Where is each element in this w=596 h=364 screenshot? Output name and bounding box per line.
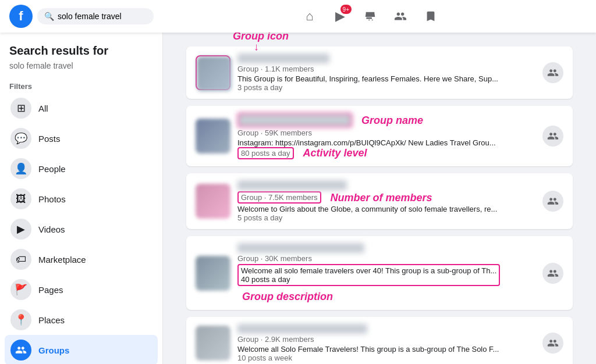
- group-thumbnail-3: [196, 184, 230, 219]
- sidebar-item-marketplace-label: Marketplace: [38, 255, 86, 265]
- group-icon-4: [196, 256, 230, 291]
- sidebar-item-posts[interactable]: 💬 Posts: [5, 123, 158, 154]
- video-nav-button[interactable]: ▶ 9+: [326, 2, 354, 30]
- group-name-4: Solo Female Travelers Over 40: [237, 243, 364, 253]
- main-content: Group icon ↑ Solo Female Travelers Group…: [163, 33, 596, 364]
- search-input[interactable]: [58, 12, 147, 21]
- sidebar-item-places[interactable]: 📍 Places: [5, 305, 158, 335]
- sidebar-item-posts-label: Posts: [38, 134, 61, 144]
- group-name-3: Girls Globe Solo Travelers: [237, 180, 347, 190]
- group-thumbnail-4: [196, 256, 230, 291]
- group-desc-3: Welcome to Girls about the Globe, a comm…: [237, 205, 535, 213]
- group-desc-4: Welcome all solo female travelers over 4…: [237, 264, 500, 286]
- group-thumbnail-1: [197, 56, 232, 91]
- result-card-5: Solo Female Travel Community Group · 2.9…: [186, 317, 573, 364]
- sidebar-item-videos-label: Videos: [38, 224, 65, 234]
- join-button-2[interactable]: [542, 126, 563, 147]
- sidebar-item-photos[interactable]: 🖼 Photos: [5, 184, 158, 214]
- group-desc-5: Welcome all Solo Female Travelers! This …: [237, 345, 535, 354]
- group-meta-1: Group · 1.1K members: [237, 65, 535, 73]
- group-icon-5: [196, 326, 230, 361]
- group-desc-1: This Group is for Beautiful, Inspiring, …: [237, 74, 535, 83]
- group-info-2: Ladies Solo Travel Group Group name Grou…: [237, 113, 535, 159]
- groups-icon: [10, 340, 31, 361]
- group-description-annotation: Group description: [242, 291, 333, 303]
- bookmark-nav-button[interactable]: [417, 2, 445, 30]
- group-desc-2: Instagram: https://instagram.com/p/BUIQl…: [237, 138, 535, 147]
- sidebar-item-people[interactable]: 👤 People: [5, 154, 158, 184]
- sidebar-item-people-label: People: [38, 164, 66, 174]
- result-card-3: Girls Globe Solo Travelers Group · 7.5K …: [186, 173, 573, 229]
- marketplace-icon: 🏷: [10, 249, 31, 270]
- video-badge: 9+: [340, 5, 352, 14]
- top-nav: f 🔍 ⌂ ▶ 9+: [0, 0, 596, 33]
- all-icon: ⊞: [10, 98, 31, 119]
- join-button-3[interactable]: [542, 191, 563, 212]
- store-nav-button[interactable]: [356, 2, 384, 30]
- group-icon-3: [196, 184, 230, 219]
- filters-title: Filters: [5, 77, 158, 93]
- group-meta-3: Group · 7.5K members: [237, 191, 321, 204]
- group-meta-5: Group · 2.9K members: [237, 335, 535, 344]
- sidebar-item-marketplace[interactable]: 🏷 Marketplace: [5, 244, 158, 274]
- sidebar-subtitle: solo female travel: [5, 60, 158, 77]
- search-icon: 🔍: [44, 12, 54, 21]
- group-name-1: Solo Female Travelers: [237, 53, 329, 63]
- sidebar-item-pages[interactable]: 🚩 Pages: [5, 274, 158, 305]
- group-icon-1: [196, 55, 230, 90]
- sidebar-item-videos[interactable]: ▶ Videos: [5, 214, 158, 244]
- group-meta-4: Group · 30K members: [237, 254, 535, 263]
- pages-icon: 🚩: [10, 279, 31, 300]
- group-info-5: Solo Female Travel Community Group · 2.9…: [237, 324, 535, 362]
- search-bar: 🔍: [37, 8, 154, 24]
- number-of-members-annotation: Number of members: [331, 192, 432, 204]
- home-nav-button[interactable]: ⌂: [296, 2, 324, 30]
- friends-nav-button[interactable]: [386, 2, 414, 30]
- group-activity-2: 80 posts a day: [237, 147, 294, 159]
- group-name-5: Solo Female Travel Community: [237, 324, 367, 334]
- join-button-1[interactable]: [542, 62, 563, 83]
- group-thumbnail-2: [196, 119, 230, 154]
- sidebar-item-groups[interactable]: Groups: [5, 335, 158, 364]
- group-info-4: Solo Female Travelers Over 40 Group · 30…: [237, 243, 535, 303]
- group-info-3: Girls Globe Solo Travelers Group · 7.5K …: [237, 180, 535, 222]
- group-activity-3: 5 posts a day: [237, 213, 535, 222]
- posts-icon: 💬: [10, 128, 31, 149]
- sidebar-title: Search results for: [5, 42, 158, 60]
- group-activity-5: 10 posts a week: [237, 354, 535, 362]
- join-button-4[interactable]: [542, 263, 563, 284]
- photos-icon: 🖼: [10, 188, 31, 209]
- group-activity-1: 3 posts a day: [237, 83, 535, 92]
- group-icon-2: [196, 119, 230, 154]
- results-list: Group icon ↑ Solo Female Travelers Group…: [186, 47, 573, 364]
- group-thumbnail-5: [196, 326, 230, 361]
- sidebar: Search results for solo female travel Fi…: [0, 33, 163, 364]
- people-sidebar-icon: 👤: [10, 158, 31, 179]
- join-button-5[interactable]: [542, 333, 563, 354]
- group-name-2: Ladies Solo Travel Group: [237, 113, 352, 127]
- result-card-2: Ladies Solo Travel Group Group name Grou…: [186, 106, 573, 166]
- result-card-4: Solo Female Travelers Over 40 Group · 30…: [186, 236, 573, 310]
- videos-icon: ▶: [10, 219, 31, 240]
- group-name-annotation: Group name: [361, 115, 423, 127]
- sidebar-item-pages-label: Pages: [38, 285, 63, 295]
- group-meta-2: Group · 59K members: [237, 129, 535, 137]
- layout: Search results for solo female travel Fi…: [0, 33, 596, 364]
- sidebar-item-all[interactable]: ⊞ All: [5, 93, 158, 123]
- result-card-1: Group icon ↑ Solo Female Travelers Group…: [186, 47, 573, 99]
- sidebar-item-groups-label: Groups: [38, 345, 69, 355]
- group-info-1: Solo Female Travelers Group · 1.1K membe…: [237, 53, 535, 92]
- nav-center: ⌂ ▶ 9+: [154, 2, 587, 30]
- sidebar-item-places-label: Places: [38, 315, 65, 325]
- sidebar-item-all-label: All: [38, 104, 48, 113]
- facebook-logo[interactable]: f: [9, 5, 33, 28]
- activity-level-annotation: Activity level: [303, 147, 367, 159]
- sidebar-item-photos-label: Photos: [38, 194, 66, 204]
- places-icon: 📍: [10, 309, 31, 330]
